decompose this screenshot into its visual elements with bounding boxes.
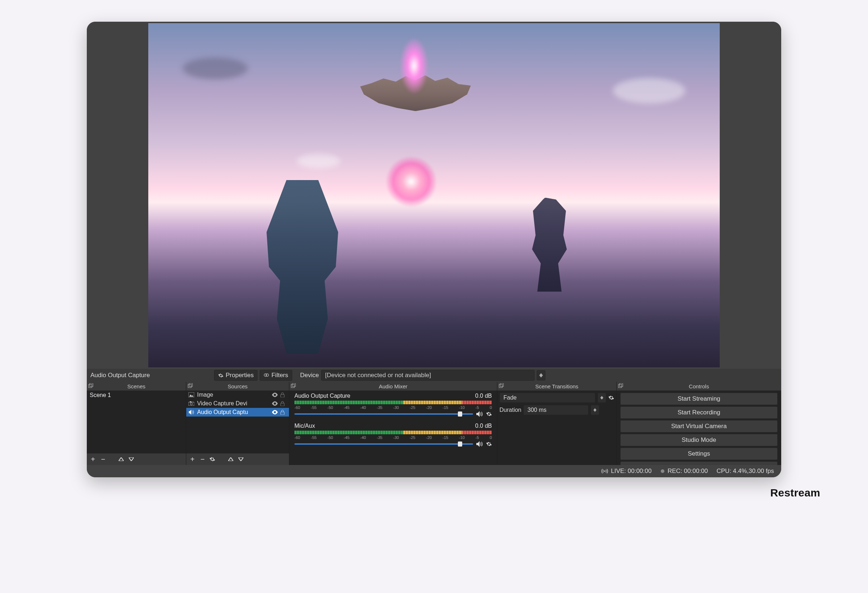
svg-rect-3 <box>90 383 93 386</box>
studio-mode-button[interactable]: Studio Mode <box>620 434 778 446</box>
source-name: Audio Output Captu <box>197 409 269 416</box>
selected-source-name: Audio Output Capture <box>89 372 212 379</box>
transition-select[interactable]: Fade <box>499 393 595 403</box>
source-name: Video Capture Devi <box>197 400 269 407</box>
duration-label: Duration <box>499 407 521 413</box>
properties-label: Properties <box>226 372 254 379</box>
channel-settings-button[interactable] <box>486 411 492 417</box>
sources-panel: Sources Image Video Capture Devi A <box>186 382 289 465</box>
scene-item[interactable]: Scene 1 <box>87 391 186 400</box>
svg-point-1 <box>266 373 269 376</box>
add-source-button[interactable]: + <box>189 455 196 463</box>
visibility-toggle[interactable] <box>272 393 278 397</box>
svg-rect-12 <box>280 412 284 415</box>
audio-mixer-panel: Audio Mixer Audio Output Capture 0.0 dB … <box>289 382 497 465</box>
dock-popout-icon[interactable] <box>291 383 296 388</box>
visibility-toggle[interactable] <box>272 401 278 406</box>
svg-rect-10 <box>190 401 191 403</box>
remove-scene-button[interactable]: − <box>100 455 106 463</box>
watermark: Restream <box>771 487 820 499</box>
channel-settings-button[interactable] <box>486 441 492 447</box>
svg-point-9 <box>190 403 192 405</box>
volume-slider[interactable] <box>294 413 473 415</box>
mixer-channel: Mic/Aux 0.0 dB -60-55-50-45-40-35-30-25-… <box>289 420 497 450</box>
svg-rect-16 <box>500 383 503 386</box>
channel-level: 0.0 dB <box>475 393 492 399</box>
dock-popout-icon[interactable] <box>499 383 504 388</box>
status-bar: LIVE: 00:00:00 REC: 00:00:00 CPU: 4.4%,3… <box>87 465 781 477</box>
dock-panels: Scenes Scene 1 + − Sources Ima <box>87 382 781 465</box>
sources-list: Image Video Capture Devi Audio Output Ca… <box>186 391 289 453</box>
visibility-toggle[interactable] <box>272 410 278 415</box>
svg-rect-7 <box>280 394 284 397</box>
source-row-video-capture[interactable]: Video Capture Devi <box>186 399 289 408</box>
camera-icon <box>189 401 195 406</box>
svg-rect-17 <box>619 384 622 388</box>
settings-button[interactable]: Settings <box>620 448 778 460</box>
svg-point-20 <box>661 469 664 473</box>
lock-toggle[interactable] <box>280 392 287 397</box>
meter-scale: -60-55-50-45-40-35-30-25-20-15-10-50 <box>294 405 492 410</box>
start-streaming-button[interactable]: Start Streaming <box>620 393 778 405</box>
transition-settings-button[interactable] <box>608 395 614 401</box>
svg-rect-18 <box>620 383 623 386</box>
filters-button[interactable]: Filters <box>260 370 292 381</box>
device-label: Device <box>300 372 319 379</box>
source-name: Image <box>197 392 269 398</box>
source-down-button[interactable] <box>238 457 245 461</box>
remove-source-button[interactable]: − <box>199 455 206 463</box>
properties-button[interactable]: Properties <box>214 370 257 381</box>
source-up-button[interactable] <box>228 457 235 461</box>
lock-toggle[interactable] <box>280 410 287 415</box>
gear-icon <box>218 373 223 378</box>
level-meter <box>294 431 492 434</box>
controls-title: Controls <box>689 383 709 389</box>
rec-status: REC: 00:00:00 <box>660 468 708 475</box>
svg-rect-13 <box>291 384 294 388</box>
device-select[interactable]: [Device not connected or not available] <box>321 370 534 381</box>
source-settings-button[interactable] <box>210 456 216 462</box>
speaker-icon <box>189 410 195 415</box>
scene-up-button[interactable] <box>119 457 125 461</box>
mute-button[interactable] <box>476 441 483 447</box>
preview-area[interactable] <box>87 22 781 369</box>
svg-rect-2 <box>89 384 92 388</box>
svg-rect-4 <box>188 384 191 388</box>
mute-button[interactable] <box>476 411 483 417</box>
scene-down-button[interactable] <box>129 457 135 461</box>
obs-window: Audio Output Capture Properties Filters … <box>87 22 781 477</box>
start-virtual-camera-button[interactable]: Start Virtual Camera <box>620 420 778 432</box>
broadcast-icon <box>601 469 608 474</box>
duration-input[interactable]: 300 ms <box>523 405 588 415</box>
dock-popout-icon[interactable] <box>88 383 93 388</box>
image-icon <box>189 392 195 397</box>
mixer-channel: Audio Output Capture 0.0 dB -60-55-50-45… <box>289 391 497 420</box>
source-row-image[interactable]: Image <box>186 391 289 399</box>
svg-point-19 <box>604 471 605 472</box>
channel-name: Audio Output Capture <box>294 393 350 399</box>
dock-popout-icon[interactable] <box>618 383 623 388</box>
scenes-panel: Scenes Scene 1 + − <box>87 382 186 465</box>
live-status: LIVE: 00:00:00 <box>601 468 651 475</box>
lock-toggle[interactable] <box>280 401 287 406</box>
transition-stepper[interactable] <box>598 393 606 403</box>
duration-stepper[interactable] <box>590 405 599 415</box>
channel-level: 0.0 dB <box>475 423 492 429</box>
svg-rect-15 <box>499 384 502 388</box>
dock-popout-icon[interactable] <box>188 383 193 388</box>
volume-slider[interactable] <box>294 443 473 445</box>
source-row-audio-output[interactable]: Audio Output Captu <box>186 408 289 416</box>
exit-button[interactable]: Exit <box>620 462 778 465</box>
mixer-title: Audio Mixer <box>379 383 407 389</box>
record-icon <box>660 469 665 473</box>
level-meter <box>294 401 492 404</box>
device-stepper[interactable] <box>537 370 545 381</box>
preview-canvas <box>148 23 720 367</box>
svg-rect-11 <box>280 403 284 406</box>
source-properties-bar: Audio Output Capture Properties Filters … <box>87 369 781 382</box>
add-scene-button[interactable]: + <box>90 455 96 463</box>
filters-label: Filters <box>271 372 288 379</box>
device-value: [Device not connected or not available] <box>325 372 531 379</box>
cpu-status: CPU: 4.4%,30.00 fps <box>716 468 774 475</box>
start-recording-button[interactable]: Start Recording <box>620 406 778 419</box>
